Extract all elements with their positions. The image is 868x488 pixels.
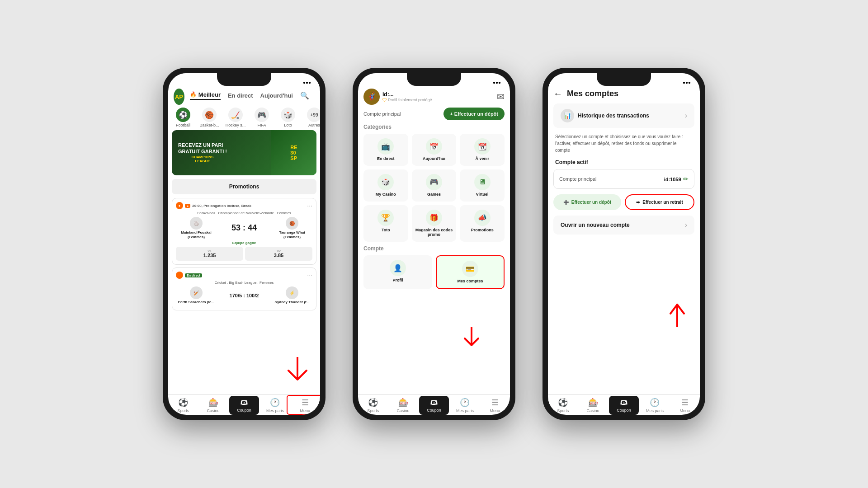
nav-casino-3[interactable]: 🎰 Casino [578, 398, 608, 413]
tab-loto[interactable]: 🎲 Loto [277, 108, 299, 127]
menu-my-casino[interactable]: 🎲 My Casino [363, 169, 408, 202]
transaction-icon: 📊 [561, 109, 574, 122]
nav-coupon-1[interactable]: 🎟 Coupon [229, 396, 259, 415]
nav-sports-3[interactable]: ⚽ Sports [548, 398, 578, 413]
menu-nav-icon-3: ☰ [681, 398, 689, 408]
casino-nav-icon-3: 🎰 [588, 398, 598, 408]
more-icon2[interactable]: ··· [307, 272, 312, 279]
nav-menu-2[interactable]: ☰ Menu [480, 398, 510, 413]
menu-codes-promo-label: Magasin des codes promo [415, 228, 454, 238]
my-casino-icon: 🎲 [377, 174, 394, 190]
phones-container: ●●● AP 🔥 Meilleur En direct [0, 59, 868, 429]
phone2: ●●● 🦸 id:... 🛡 Profil faiblement protégé [353, 68, 515, 420]
back-button[interactable]: ← [553, 89, 562, 99]
nav-mes-paris-2[interactable]: 🕐 Mes paris [450, 398, 480, 413]
menu-profil-label: Profil [392, 278, 403, 283]
p1-nav: 🔥 Meilleur En direct Aujourd'hui 🔍 [184, 91, 315, 103]
effectuer-depot-button[interactable]: ➕ Effectuer un dépôt [553, 194, 621, 210]
team1: 🏐 Mainland Pouakai (Femmes) [176, 217, 217, 239]
menu-games[interactable]: 🎮 Games [412, 169, 457, 202]
odd-v1-value: 1.235 [179, 253, 241, 258]
menu-en-direct[interactable]: 📺 En direct [363, 134, 408, 166]
edit-icon[interactable]: ✏ [683, 175, 689, 183]
nav-menu-3[interactable]: ☰ Menu [670, 398, 700, 413]
categories-label: Catégories [358, 124, 510, 134]
mes-paris-nav-icon: 🕐 [270, 398, 280, 408]
champions-text: CHAMPIONS LEAGUE [178, 155, 227, 164]
odd-v1[interactable]: V1 1.235 [176, 247, 243, 261]
phone2-wrapper: ●●● 🦸 id:... 🛡 Profil faiblement protégé [353, 68, 515, 420]
tab-hockey[interactable]: 🏒 Hockey s... [224, 108, 247, 127]
ap-logo[interactable]: AP [174, 89, 184, 105]
team2: 🏀 Tauranga Whai (Femmes) [272, 217, 312, 239]
tab-fifa[interactable]: 🎮 FIFA [250, 108, 273, 127]
virtuel-icon: 🖥 [474, 174, 491, 190]
menu-codes-promo[interactable]: 🎁 Magasin des codes promo [412, 205, 457, 242]
message-icon[interactable]: ✉ [497, 91, 505, 102]
menu-toto[interactable]: 🏆 Toto [363, 205, 408, 242]
menu-aujourdhui[interactable]: 📅 Aujourd'hui [412, 134, 457, 166]
promo-banner[interactable]: RECEVEZ UN PARI GRATUIT GARANTI ! CHAMPI… [172, 130, 316, 175]
match2-team2-logo: ⚡ [286, 286, 298, 299]
compte-actif-label: Compte actif [548, 159, 700, 169]
nav-mes-paris-3[interactable]: 🕐 Mes paris [640, 398, 670, 413]
football-icon: ⚽ [176, 108, 190, 122]
more-icon[interactable]: ··· [307, 202, 312, 209]
nav-casino-1[interactable]: 🎰 Casino [198, 398, 228, 413]
phone3-screen: ●●● ← Mes comptes 📊 Historique des trans… [548, 73, 700, 415]
phone1-wrapper: ●●● AP 🔥 Meilleur En direct [163, 68, 326, 420]
menu-aujourdhui-label: Aujourd'hui [423, 156, 445, 161]
ouvrir-nouveau-compte-label: Ouvrir un nouveau compte [561, 222, 630, 228]
menu-grid-cats: 📺 En direct 📅 Aujourd'hui 📆 À venir 🎲 My… [358, 134, 510, 245]
match-card-2: En direct ··· Cricket . Big Bash League … [172, 267, 316, 310]
p2-security: 🛡 Profil faiblement protégé [382, 98, 432, 103]
nav-aujourdhui[interactable]: Aujourd'hui [260, 92, 293, 99]
nav-coupon-2[interactable]: 🎟 Coupon [419, 396, 449, 415]
nav-mes-paris-1[interactable]: 🕐 Mes paris [260, 398, 290, 413]
menu-promotions[interactable]: 📣 Promotions [460, 205, 505, 242]
tab-autres[interactable]: +99 Autres [303, 108, 320, 127]
nav-en-direct[interactable]: En direct [228, 92, 253, 99]
chevron-right-icon-2: › [685, 221, 687, 229]
nav-sports-1[interactable]: ⚽ Sports [168, 398, 198, 413]
odd-v2-label: V2 [248, 249, 310, 253]
nav-menu-1[interactable]: ☰ Menu [290, 398, 320, 413]
promotions-button[interactable]: Promotions [172, 179, 316, 194]
mes-comptes-title: Mes comptes [567, 89, 618, 99]
nav-coupon-3[interactable]: 🎟 Coupon [609, 396, 639, 415]
deposit-button[interactable]: + Effectuer un dépôt [443, 108, 505, 120]
nav-sports-2[interactable]: ⚽ Sports [358, 398, 388, 413]
menu-profil[interactable]: 👤 Profil [363, 255, 432, 289]
nav-casino-2[interactable]: 🎰 Casino [388, 398, 418, 413]
menu-mes-comptes[interactable]: 💳 Mes comptes [436, 255, 505, 289]
search-icon[interactable]: 🔍 [300, 91, 309, 100]
p2-user-info: id:... 🛡 Profil faiblement protégé [382, 91, 432, 103]
mes-comptes-icon: 💳 [462, 261, 478, 277]
match-card-1: ● ● 20:00, Prolongation incluse, Break ·… [172, 198, 316, 265]
bottom-nav-2: ⚽ Sports 🎰 Casino 🎟 Coupon 🕐 Mes paris [358, 394, 510, 415]
casino-nav-icon: 🎰 [208, 398, 218, 408]
match2-score: 170/5 : 100/2 [230, 293, 259, 298]
codes-promo-icon: 🎁 [426, 210, 442, 226]
match1-score: 53 : 44 [231, 223, 257, 233]
menu-promotions-label: Promotions [471, 228, 494, 233]
fifa-icon: 🎮 [255, 108, 269, 122]
transaction-history-row[interactable]: 📊 Historique des transactions › [553, 103, 694, 128]
effectuer-retrait-button[interactable]: ➡ Effectuer un retrait [625, 194, 694, 210]
odd-v2[interactable]: V2 3.85 [245, 247, 312, 261]
nav-meilleur[interactable]: 🔥 Meilleur [190, 91, 221, 100]
p1-header: AP 🔥 Meilleur En direct Aujourd'hui [168, 87, 320, 108]
live-indicator: ● [176, 202, 183, 209]
match1-time: 20:00, Prolongation incluse, Break [192, 204, 251, 208]
ouvrir-nouveau-compte-row[interactable]: Ouvrir un nouveau compte › [553, 216, 694, 235]
tab-basketball[interactable]: 🏀 Basket-b... [198, 108, 221, 127]
arrow-retrait-icon: ➡ [636, 200, 640, 205]
menu-virtuel[interactable]: 🖥 Virtuel [460, 169, 505, 202]
tab-football[interactable]: ⚽ Football [172, 108, 194, 127]
menu-a-venir[interactable]: 📆 À venir [460, 134, 505, 166]
match2-sport: Cricket . Big Bash League . Femmes [176, 281, 312, 285]
menu-grid-compte: 👤 Profil 💳 Mes comptes [358, 255, 510, 292]
spacer [548, 240, 700, 394]
plus-deposit-icon: ➕ [563, 200, 569, 205]
en-direct-icon: 📺 [377, 138, 394, 155]
